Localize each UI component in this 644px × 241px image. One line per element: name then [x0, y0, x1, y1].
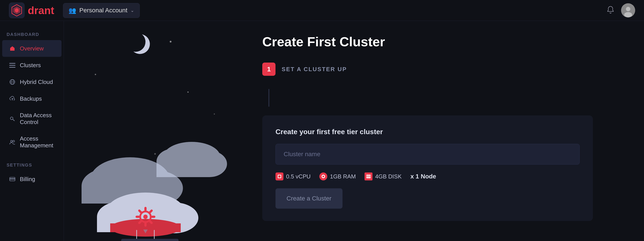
cluster-card: Create your first free tier cluster 0.5 … — [262, 116, 593, 221]
topbar: drant 👥 Personal Account ⌄ — [0, 0, 644, 21]
svg-rect-55 — [366, 175, 371, 178]
spec-ram: 1GB RAM — [319, 172, 356, 180]
svg-rect-52 — [278, 175, 280, 178]
svg-point-35 — [143, 214, 148, 219]
avatar[interactable] — [621, 3, 635, 18]
sidebar-item-billing-label: Billing — [20, 176, 35, 182]
step-number: 1 — [262, 62, 276, 76]
clusters-icon — [9, 62, 16, 69]
logo-text: drant — [28, 4, 54, 16]
sidebar-item-overview-label: Overview — [20, 45, 44, 52]
svg-line-43 — [150, 210, 152, 212]
sidebar-spacer — [0, 154, 64, 160]
svg-point-5 — [626, 7, 630, 11]
sidebar-item-data-access[interactable]: Data Access Control — [2, 107, 62, 130]
cloud-upload-icon — [9, 95, 16, 102]
svg-point-15 — [10, 117, 13, 120]
moon-shadow — [126, 32, 146, 52]
svg-rect-46 — [121, 239, 178, 241]
cluster-specs: 0.5 vCPU 1GB RAM — [276, 172, 580, 180]
logo[interactable]: drant — [9, 2, 54, 18]
sidebar-item-backups-label: Backups — [20, 96, 42, 102]
logo-icon — [9, 2, 25, 18]
create-cluster-label: Create a Cluster — [286, 195, 332, 202]
sidebar-item-hybrid-cloud-label: Hybrid Cloud — [20, 79, 53, 86]
create-cluster-button[interactable]: Create a Cluster — [276, 188, 342, 208]
chevron-down-icon: ⌄ — [130, 8, 134, 13]
setup-panel: Create First Cluster 1 SET A CLUSTER UP … — [245, 21, 644, 241]
sidebar-item-access-management[interactable]: Access Management — [2, 130, 62, 154]
svg-line-40 — [139, 210, 141, 212]
cpu-value: 0.5 vCPU — [286, 173, 310, 180]
bell-icon — [606, 5, 615, 14]
svg-point-17 — [13, 140, 14, 142]
content-area: Create First Cluster 1 SET A CLUSTER UP … — [64, 21, 644, 241]
illustration-svg — [64, 109, 245, 241]
svg-rect-19 — [10, 178, 15, 179]
step-label: SET A CLUSTER UP — [282, 66, 347, 73]
moon — [130, 34, 150, 54]
notification-button[interactable] — [606, 5, 615, 16]
svg-line-42 — [139, 222, 141, 223]
people-icon — [9, 138, 16, 146]
svg-rect-10 — [9, 67, 16, 68]
illustration-panel — [64, 21, 245, 241]
account-label: Personal Account — [79, 7, 128, 14]
account-people-icon: 👥 — [68, 7, 76, 14]
dot-2 — [95, 74, 96, 75]
sidebar: DASHBOARD Overview Clusters — [0, 21, 64, 241]
home-icon — [9, 45, 16, 52]
hero-section: Create First Cluster 1 SET A CLUSTER UP … — [64, 21, 644, 241]
sidebar-item-backups[interactable]: Backups — [2, 90, 62, 107]
topbar-left: drant 👥 Personal Account ⌄ — [9, 2, 140, 18]
svg-rect-27 — [156, 164, 210, 177]
sidebar-item-access-management-label: Access Management — [20, 135, 55, 149]
sidebar-item-clusters-label: Clusters — [20, 62, 41, 69]
billing-icon — [9, 176, 16, 182]
disk-value: 4GB DISK — [375, 173, 402, 180]
spec-cpu: 0.5 vCPU — [276, 172, 310, 180]
cpu-icon — [276, 172, 284, 180]
account-selector[interactable]: 👥 Personal Account ⌄ — [63, 3, 140, 18]
step-connector-line — [268, 89, 269, 106]
dot-1 — [170, 41, 172, 42]
svg-rect-7 — [12, 49, 13, 51]
svg-point-54 — [322, 176, 324, 177]
page-title: Create First Cluster — [262, 34, 626, 49]
sidebar-item-clusters[interactable]: Clusters — [2, 57, 62, 74]
sidebar-item-hybrid-cloud[interactable]: Hybrid Cloud — [2, 74, 62, 90]
topbar-right — [606, 3, 635, 18]
spec-disk: 4GB DISK — [364, 172, 402, 180]
sidebar-section-settings: SETTINGS — [0, 160, 64, 171]
avatar-svg — [621, 3, 635, 18]
svg-rect-9 — [9, 65, 16, 66]
dot-3 — [187, 92, 189, 93]
svg-point-6 — [624, 12, 632, 18]
disk-icon — [364, 172, 372, 180]
svg-rect-8 — [9, 63, 16, 64]
sidebar-item-data-access-label: Data Access Control — [20, 112, 55, 126]
sidebar-section-dashboard: DASHBOARD — [0, 30, 64, 40]
svg-point-16 — [10, 140, 12, 142]
cluster-name-input[interactable] — [276, 144, 580, 164]
sidebar-item-billing[interactable]: Billing — [2, 171, 62, 188]
moon-container — [130, 34, 150, 54]
nodes-value: x 1 Node — [410, 173, 436, 180]
ram-value: 1GB RAM — [330, 173, 356, 180]
globe-icon — [9, 78, 16, 86]
svg-line-41 — [150, 222, 152, 223]
step-indicator: 1 SET A CLUSTER UP — [262, 62, 626, 76]
sidebar-item-overview[interactable]: Overview — [2, 40, 62, 57]
avatar-image — [621, 3, 635, 18]
key-icon — [9, 115, 16, 122]
main-layout: DASHBOARD Overview Clusters — [0, 21, 644, 241]
ram-icon — [319, 172, 327, 180]
cluster-card-title: Create your first free tier cluster — [276, 128, 580, 136]
